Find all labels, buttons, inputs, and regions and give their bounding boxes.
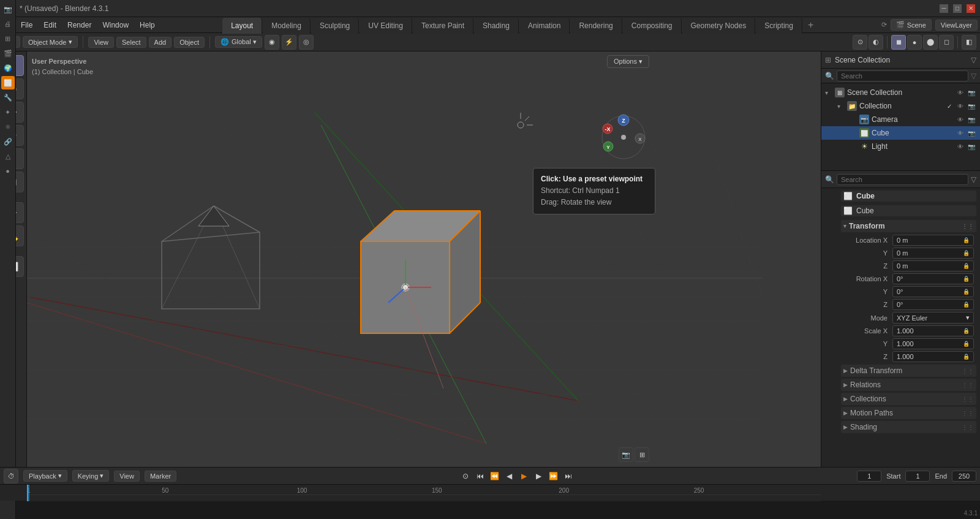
- delta-options[interactable]: ⋮⋮: [962, 368, 974, 374]
- marker-menu-button[interactable]: Marker: [145, 471, 176, 482]
- menu-window[interactable]: Window: [97, 20, 134, 31]
- tab-uv-editing[interactable]: UV Editing: [360, 18, 412, 34]
- shading-options[interactable]: ⋮⋮: [962, 424, 974, 431]
- snap-to-button[interactable]: 🌐 Global ▾: [215, 36, 262, 48]
- location-x-value[interactable]: 0 m 🔒: [892, 235, 974, 246]
- rotation-y-value[interactable]: 0° 🔒: [892, 286, 974, 297]
- rotation-mode-dropdown[interactable]: XYZ Euler ▾: [892, 312, 974, 324]
- motion-paths-options[interactable]: ⋮⋮: [962, 410, 974, 417]
- menu-render[interactable]: Render: [62, 20, 96, 31]
- delta-transform-section[interactable]: ▶ Delta Transform ⋮⋮: [841, 365, 976, 377]
- relations-section[interactable]: ▶ Relations ⋮⋮: [841, 379, 976, 391]
- scale-x-value[interactable]: 1.000 🔒: [892, 325, 974, 336]
- close-button[interactable]: ✕: [967, 4, 975, 13]
- location-y-value[interactable]: 0 m 🔒: [892, 248, 974, 259]
- minimize-button[interactable]: ─: [940, 4, 948, 13]
- scale-y-value[interactable]: 1.000 🔒: [892, 338, 974, 349]
- cube-render[interactable]: 📷: [967, 128, 976, 138]
- next-frame-button[interactable]: ▶: [532, 469, 546, 483]
- motion-paths-section[interactable]: ▶ Motion Paths ⋮⋮: [841, 407, 976, 419]
- tab-geometry-nodes[interactable]: Geometry Nodes: [682, 18, 756, 34]
- outliner-filter-icon[interactable]: ▽: [971, 56, 976, 64]
- play-button[interactable]: ▶: [518, 469, 531, 483]
- tab-animation[interactable]: Animation: [519, 18, 570, 34]
- tab-compositing[interactable]: Compositing: [623, 18, 682, 34]
- relations-options[interactable]: ⋮⋮: [962, 382, 974, 388]
- prev-frame-button[interactable]: ◀: [503, 469, 516, 483]
- viewport-shading-rendered[interactable]: ⬤: [923, 35, 938, 50]
- cam-vis[interactable]: 👁: [956, 115, 965, 124]
- properties-search-input[interactable]: [837, 174, 968, 185]
- ortho-toggle[interactable]: ⊞: [635, 447, 649, 462]
- tab-rendering[interactable]: Rendering: [570, 18, 622, 34]
- timeline-type-icon[interactable]: ⏱: [4, 469, 18, 483]
- menu-edit[interactable]: Edit: [39, 20, 61, 31]
- tab-scripting[interactable]: Scripting: [756, 18, 802, 34]
- go-to-start-button[interactable]: ⏮: [473, 469, 487, 483]
- region-toggle[interactable]: ◧: [962, 35, 976, 50]
- light-vis[interactable]: 👁: [956, 142, 965, 151]
- scene-selector[interactable]: 🎬 Scene: [891, 19, 932, 31]
- object-menu-button[interactable]: Object: [174, 37, 205, 48]
- end-frame-display[interactable]: 250: [952, 471, 976, 482]
- col-render[interactable]: 📷: [967, 101, 976, 111]
- viewport-gizmo[interactable]: Z Y X -X: [599, 113, 648, 162]
- options-button[interactable]: Options ▾: [607, 55, 649, 68]
- menu-help[interactable]: Help: [135, 20, 160, 31]
- current-frame-display[interactable]: 1: [857, 471, 881, 482]
- transform-section-header[interactable]: ▾ Transform ⋮⋮: [841, 220, 976, 232]
- viewport-shading-wireframe[interactable]: ◻: [939, 35, 954, 50]
- proportional-edit-button[interactable]: ◉: [265, 35, 279, 50]
- camera-view-toggle[interactable]: 📷: [619, 447, 633, 462]
- rotation-z-value[interactable]: 0° 🔒: [892, 299, 974, 310]
- collections-section[interactable]: ▶ Collections ⋮⋮: [841, 393, 976, 405]
- view-menu-button[interactable]: View: [88, 37, 114, 48]
- col-vis-toggle[interactable]: 👁: [956, 101, 965, 111]
- 3d-viewport[interactable]: User Perspective (1) Collection | Cube O…: [27, 51, 821, 467]
- collections-options[interactable]: ⋮⋮: [962, 396, 974, 403]
- start-frame-display[interactable]: 1: [905, 471, 930, 482]
- gizmo-button[interactable]: ◐: [869, 35, 883, 50]
- filter-icon[interactable]: ▽: [971, 72, 976, 80]
- prev-keyframe-button[interactable]: ⏪: [488, 469, 502, 483]
- cam-render[interactable]: 📷: [967, 115, 976, 124]
- snap-button[interactable]: ⚡: [282, 35, 296, 50]
- viewport-shading-solid[interactable]: ◼: [891, 35, 906, 50]
- outliner-item-light[interactable]: ☀ Light 👁 📷: [821, 140, 980, 153]
- shading-section[interactable]: ▶ Shading ⋮⋮: [841, 421, 976, 433]
- render-toggle[interactable]: 📷: [967, 88, 976, 97]
- tab-modeling[interactable]: Modeling: [263, 18, 311, 34]
- menu-file[interactable]: File: [16, 20, 37, 31]
- select-menu-button[interactable]: Select: [116, 37, 146, 48]
- cube-vis[interactable]: 👁: [956, 128, 965, 138]
- light-render[interactable]: 📷: [967, 142, 976, 151]
- sync-mode-button[interactable]: ⊙: [459, 469, 472, 483]
- go-to-end-button[interactable]: ⏭: [562, 469, 575, 483]
- tab-layout[interactable]: Layout: [222, 18, 262, 34]
- maximize-button[interactable]: □: [953, 4, 962, 13]
- location-z-value[interactable]: 0 m 🔒: [892, 260, 974, 271]
- next-keyframe-button[interactable]: ⏩: [547, 469, 560, 483]
- visibility-toggle[interactable]: 👁: [956, 88, 965, 97]
- outliner-search-input[interactable]: [837, 70, 968, 81]
- playback-menu-button[interactable]: Playback ▾: [23, 470, 67, 482]
- add-workspace-button[interactable]: +: [803, 17, 818, 34]
- tab-texture-paint[interactable]: Texture Paint: [413, 18, 473, 34]
- col-visibility[interactable]: ✓: [944, 101, 954, 111]
- tab-shading[interactable]: Shading: [474, 18, 519, 34]
- add-menu-button[interactable]: Add: [149, 37, 172, 48]
- outliner-item-collection[interactable]: ▾ 📁 Collection ✓ 👁 📷: [821, 99, 980, 113]
- props-filter-icon[interactable]: ▽: [971, 175, 976, 184]
- object-mode-button[interactable]: Object Mode ▾: [23, 36, 78, 48]
- outliner-item-cube[interactable]: ⬜ Cube 👁 📷: [821, 126, 980, 140]
- rotation-x-value[interactable]: 0° 🔒: [892, 273, 974, 284]
- outliner-item-camera[interactable]: 📷 Camera 👁 📷: [821, 113, 980, 126]
- view-menu-button-timeline[interactable]: View: [114, 471, 140, 482]
- overlay-button[interactable]: ⊙: [853, 35, 867, 50]
- outliner-item-scene-collection[interactable]: ▾ ⊞ Scene Collection 👁 📷: [821, 86, 980, 99]
- viewport-shading-material[interactable]: ●: [907, 35, 922, 50]
- scale-z-value[interactable]: 1.000 🔒: [892, 351, 974, 362]
- tab-sculpting[interactable]: Sculpting: [311, 18, 359, 34]
- timeline-frames-area[interactable]: 1 50 100 150 200 250: [27, 485, 821, 501]
- proportional-button[interactable]: ◎: [299, 35, 314, 50]
